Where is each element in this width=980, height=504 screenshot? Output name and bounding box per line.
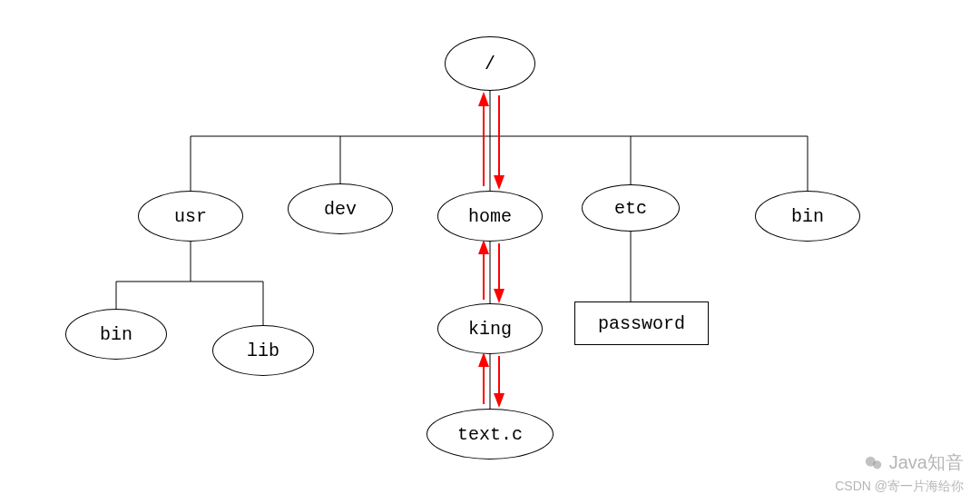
node-dev: dev xyxy=(288,183,393,234)
node-dev-label: dev xyxy=(324,199,357,220)
node-textc-label: text.c xyxy=(457,424,523,445)
node-home-label: home xyxy=(468,206,512,227)
node-bin-top-label: bin xyxy=(791,206,824,227)
node-usr-bin: bin xyxy=(65,309,167,360)
node-root-label: / xyxy=(485,54,495,74)
node-usr-lib-label: lib xyxy=(247,341,279,361)
svg-point-21 xyxy=(873,460,881,469)
node-textc: text.c xyxy=(426,409,554,460)
node-usr-lib: lib xyxy=(212,325,314,376)
node-bin-top: bin xyxy=(755,191,860,242)
node-king: king xyxy=(437,303,543,354)
watermark-attribution: CSDN @寄一片海给你 xyxy=(835,479,964,495)
node-usr-bin-label: bin xyxy=(100,324,132,345)
node-password: password xyxy=(574,301,709,345)
node-king-label: king xyxy=(468,319,512,340)
node-etc-label: etc xyxy=(614,198,647,219)
watermark-attribution-text: CSDN @寄一片海给你 xyxy=(835,479,964,493)
wechat-icon xyxy=(864,453,884,473)
node-password-label: password xyxy=(598,313,685,334)
watermark-brand: Java知音 xyxy=(864,450,964,475)
node-usr-label: usr xyxy=(174,206,207,227)
node-home: home xyxy=(437,191,543,242)
node-etc: etc xyxy=(582,184,680,232)
watermark-brand-text: Java知音 xyxy=(889,450,964,475)
node-root: / xyxy=(445,36,535,91)
node-usr: usr xyxy=(138,191,243,242)
